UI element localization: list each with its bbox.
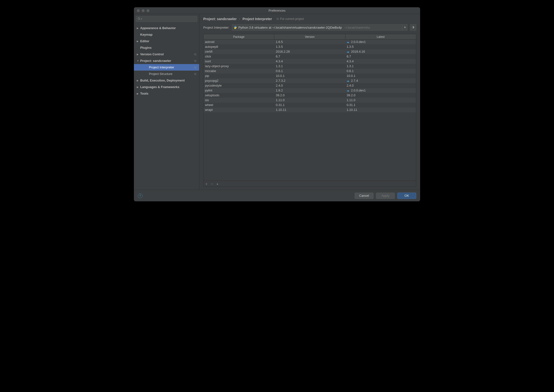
sidebar-item[interactable]: ▶Project Structure [134, 71, 199, 77]
table-row[interactable]: wheel0.31.10.31.1 [204, 103, 416, 107]
sidebar-item-label: Tools [140, 92, 148, 95]
ok-button[interactable]: OK [397, 193, 416, 199]
table-row[interactable]: autopep81.3.51.3.5 [204, 44, 416, 49]
cell-package: pip [204, 74, 274, 78]
cell-latest: 1.3.1 [345, 64, 416, 69]
cell-version: 39.2.0 [274, 93, 345, 98]
update-available-icon [347, 89, 350, 92]
table-row[interactable]: pip10.0.110.0.1 [204, 74, 416, 78]
cell-latest: 4.3.4 [345, 59, 416, 64]
update-available-icon [347, 41, 350, 43]
chevron-down-icon: ▼ [137, 60, 140, 62]
cell-latest: 1.3.5 [345, 44, 416, 49]
scope-label: For current project [280, 17, 304, 21]
sidebar-item-label: Project Interpreter [149, 65, 174, 69]
column-header-package[interactable]: Package [204, 34, 274, 39]
sidebar-item[interactable]: ▶Version Control [134, 51, 199, 57]
column-header-version[interactable]: Version [274, 34, 345, 39]
interpreter-settings-button[interactable] [410, 24, 416, 31]
svg-rect-10 [277, 18, 278, 19]
close-traffic-light[interactable] [137, 9, 140, 12]
sidebar-item[interactable]: ▶Keymap [134, 31, 199, 38]
cell-package: click [204, 54, 274, 59]
table-row[interactable]: pylint1.9.22.0.0.dev1 [204, 88, 416, 93]
cell-package: isort [204, 59, 274, 64]
cell-package: wrapt [204, 107, 274, 112]
table-row[interactable]: click6.76.7 [204, 54, 416, 59]
table-row[interactable]: setuptools39.2.039.2.0 [204, 93, 416, 98]
cell-latest: 6.7 [345, 54, 416, 59]
table-row[interactable]: six1.11.01.11.0 [204, 98, 416, 103]
minimize-traffic-light[interactable] [142, 9, 145, 12]
cell-latest: 2.7.4 [345, 78, 416, 83]
cell-latest: 2018.4.16 [345, 49, 416, 54]
chevron-right-icon: ▶ [137, 92, 140, 95]
sidebar-item[interactable]: ▶Build, Execution, Deployment [134, 77, 199, 84]
sidebar-item[interactable]: ▶Editor [134, 38, 199, 44]
chevron-right-icon: ▶ [137, 40, 140, 42]
cell-version: 1.11.0 [274, 98, 345, 103]
copy-icon [276, 17, 279, 20]
cell-package: wheel [204, 103, 274, 107]
zoom-traffic-light[interactable] [147, 9, 149, 12]
help-button[interactable]: ? [138, 193, 143, 198]
cell-version: 2.4.0 [274, 83, 345, 88]
cancel-button[interactable]: Cancel [355, 193, 374, 199]
main-panel: Project: sandcrawler › Project Interpret… [199, 14, 420, 190]
cell-version: 2.7.3.2 [274, 78, 345, 83]
sidebar-item[interactable]: ▶Project Interpreter [134, 64, 199, 71]
table-row[interactable]: isort4.3.44.3.4 [204, 59, 416, 64]
svg-point-13 [236, 28, 236, 29]
cell-latest: 2.0.0.dev1 [345, 88, 416, 93]
sidebar-item[interactable]: ▼Project: sandcrawler [134, 57, 199, 64]
update-available-icon [347, 50, 350, 53]
sidebar-item[interactable]: ▶Languages & Frameworks [134, 84, 199, 90]
interpreter-value: Python 3.6 virtualenv at ~/.local/share/… [238, 26, 342, 29]
cell-version: 1.3.1 [274, 64, 345, 69]
column-header-latest[interactable]: Latest [345, 34, 416, 39]
cell-latest: 0.6.1 [345, 69, 416, 74]
cell-package: psycopg2 [204, 78, 274, 83]
sidebar-item[interactable]: ▶Appearance & Behavior [134, 25, 199, 31]
table-header: Package Version Latest [204, 34, 416, 40]
table-toolbar: + − ▲ [204, 181, 416, 187]
cell-version: 1.6.5 [274, 40, 345, 44]
table-row[interactable]: lazy-object-proxy1.3.11.3.1 [204, 64, 416, 69]
cell-version: 1.10.11 [274, 107, 345, 112]
sidebar-item[interactable]: ▶Tools [134, 90, 199, 97]
sidebar-item-label: Build, Execution, Deployment [140, 79, 185, 82]
table-row[interactable]: psycopg22.7.3.22.7.4 [204, 78, 416, 83]
window-title: Preferences [134, 9, 420, 12]
sidebar-item-label: Plugins [140, 46, 152, 49]
table-row[interactable]: astroid1.6.52.0.0.dev1 [204, 40, 416, 44]
titlebar: Preferences [134, 7, 420, 14]
cell-package: pylint [204, 88, 274, 93]
settings-tree: ▶Appearance & Behavior▶Keymap▶Editor▶Plu… [134, 24, 199, 190]
cell-version: 0.6.1 [274, 69, 345, 74]
interpreter-row: Project Interpreter: Python 3.6 virtuale… [199, 22, 420, 34]
copy-icon [194, 59, 197, 62]
apply-button[interactable]: Apply [376, 193, 395, 199]
search-input[interactable] [136, 16, 197, 22]
sidebar: ▶Appearance & Behavior▶Keymap▶Editor▶Plu… [134, 14, 199, 190]
scope-tag: For current project [276, 17, 304, 21]
interpreter-label: Project Interpreter: [203, 26, 229, 29]
cell-package: autopep8 [204, 44, 274, 49]
upgrade-package-button[interactable]: ▲ [216, 183, 219, 185]
chevron-right-icon: ▶ [137, 79, 140, 82]
table-row[interactable]: wrapt1.10.111.10.11 [204, 107, 416, 112]
table-row[interactable]: mccabe0.6.10.6.1 [204, 69, 416, 74]
chevron-right-icon: › [239, 17, 240, 21]
svg-point-0 [138, 17, 140, 19]
add-package-button[interactable]: + [205, 182, 207, 186]
sidebar-item[interactable]: ▶Plugins [134, 44, 199, 51]
sidebar-item-label: Appearance & Behavior [140, 26, 176, 30]
table-row[interactable]: pycodestyle2.4.02.4.0 [204, 83, 416, 88]
cell-latest: 10.0.1 [345, 74, 416, 78]
interpreter-select[interactable]: Python 3.6 virtualenv at ~/.local/share/… [232, 24, 407, 31]
table-row[interactable]: certifi2016.2.282018.4.16 [204, 49, 416, 54]
svg-line-1 [139, 19, 140, 20]
cell-version: 1.3.5 [274, 44, 345, 49]
remove-package-button[interactable]: − [211, 182, 213, 186]
sidebar-item-label: Editor [140, 39, 149, 43]
